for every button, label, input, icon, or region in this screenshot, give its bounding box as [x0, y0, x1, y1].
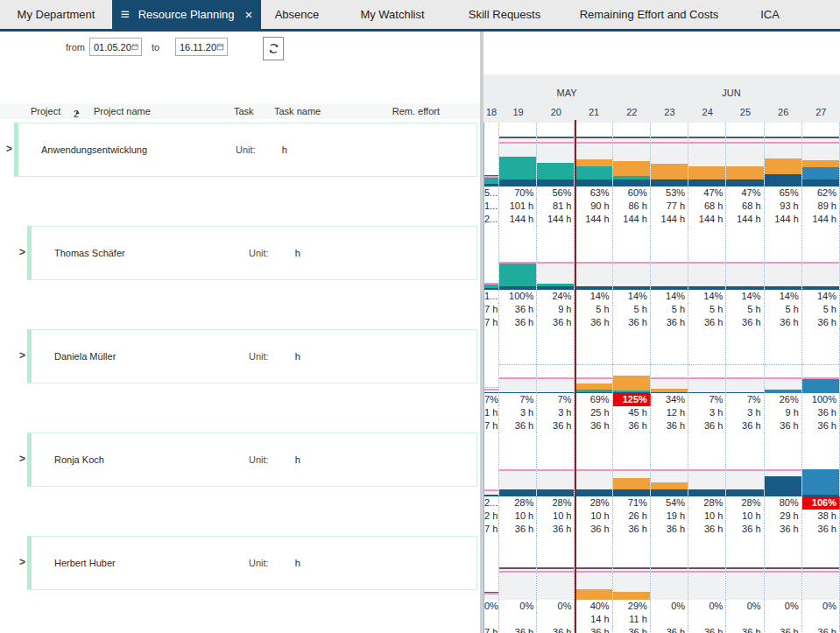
- utilization-chart-panel: MAY JUN 18 19 20 21 22 23 24 25 26 27 5.…: [484, 32, 840, 633]
- planned-hours-cell: 36 h: [802, 406, 840, 419]
- capacity-line: [499, 469, 536, 471]
- capacity-line: [575, 377, 611, 379]
- utilization-percent-cell: 62%: [802, 186, 840, 200]
- close-icon[interactable]: ×: [245, 8, 253, 21]
- planned-hours-cell: 77 h: [651, 200, 688, 213]
- utilization-percent-cell: 29%: [613, 600, 651, 613]
- week-label[interactable]: 23: [651, 107, 688, 121]
- capacity-band: [537, 569, 574, 600]
- utilization-percent-cell: 7%: [484, 393, 499, 406]
- chart-cell: [484, 536, 499, 600]
- utilization-percent-cell: 24%: [537, 290, 575, 303]
- resource-row-box[interactable]: Thomas Schäfer Unit: h: [27, 226, 477, 280]
- capacity-hours-cell: 144 h: [765, 213, 802, 226]
- week-label[interactable]: 25: [726, 107, 764, 121]
- capacity-line: [802, 571, 839, 573]
- bar-segment-darkblue: [726, 489, 763, 496]
- bar-segment-darkblue: [688, 489, 725, 496]
- bar-segment-darkblue: [726, 286, 763, 290]
- week-label[interactable]: 24: [688, 107, 726, 121]
- resource-row-box[interactable]: Ronja Koch Unit: h: [27, 433, 477, 487]
- week-label[interactable]: 19: [499, 107, 537, 121]
- bar-segment-darkblue: [651, 392, 688, 393]
- capacity-hours-cell: 144 h: [537, 213, 575, 226]
- tab-skill-requests[interactable]: Skill Requests: [452, 0, 557, 29]
- chart-cell: [537, 433, 575, 496]
- expand-chevron[interactable]: >: [19, 453, 25, 465]
- bar-segment-darkblue: [726, 392, 763, 393]
- utilization-percent-cell: 14%: [651, 290, 688, 303]
- week-label[interactable]: 26: [765, 107, 802, 121]
- capacity-line: [613, 262, 650, 264]
- capacity-line: [651, 571, 688, 573]
- calendar-icon[interactable]: [216, 42, 224, 52]
- expand-chevron[interactable]: >: [19, 246, 25, 258]
- resource-row-box[interactable]: Anwendungsentwicklung Unit: h: [14, 123, 477, 177]
- tab-resource-planning[interactable]: ≡ Resource Planning ×: [112, 0, 261, 29]
- capacity-line: [726, 571, 763, 573]
- col-task[interactable]: Task: [234, 106, 254, 116]
- capacity-hours-cell: 144 h: [688, 213, 726, 226]
- menu-icon[interactable]: ≡: [121, 7, 130, 22]
- chart-cell: [765, 226, 802, 290]
- stacked-bar-chart: [484, 329, 840, 393]
- col-project-name[interactable]: Project name: [94, 106, 151, 116]
- bar-segment-darkblue: [688, 286, 725, 290]
- capacity-hours-line: 7 h36 h36 h36 h36 h36 h36 h36 h36 h36 h: [484, 316, 840, 329]
- chart-cell: [499, 433, 537, 496]
- capacity-band-top-line: [613, 137, 650, 138]
- resource-planning-app: My Department ≡ Resource Planning × Abse…: [0, 0, 840, 633]
- planned-hours-line: 2 h10 h10 h10 h26 h19 h10 h10 h29 h38 h: [484, 510, 840, 523]
- utilization-percent-cell: 14%: [802, 290, 840, 303]
- from-date-input[interactable]: 01.05.20: [89, 38, 142, 56]
- tab-my-department[interactable]: My Department: [0, 0, 112, 29]
- expand-chevron[interactable]: >: [19, 556, 25, 568]
- utilization-percent-cell: 60%: [613, 186, 651, 200]
- to-date-input[interactable]: 16.11.20: [175, 38, 228, 56]
- col-project[interactable]: Project: [31, 106, 60, 116]
- tab-absence[interactable]: Absence: [261, 0, 333, 29]
- refresh-button[interactable]: [263, 37, 284, 60]
- expand-chevron[interactable]: >: [19, 349, 25, 362]
- bar-segment-orange: [651, 164, 688, 179]
- resource-row-box[interactable]: Herbert Huber Unit: h: [27, 536, 477, 590]
- calendar-icon[interactable]: [131, 42, 138, 52]
- utilization-row: 1...100%24%14%14%14%14%14%14%14%7 h36 h9…: [484, 226, 840, 329]
- col-rem-effort[interactable]: Rem. effort: [392, 106, 440, 116]
- week-label[interactable]: 21: [575, 107, 612, 121]
- utilization-percent-cell: 40%: [575, 600, 612, 613]
- tab-remaining-effort[interactable]: Remaining Effort and Costs: [557, 0, 741, 29]
- tab-my-watchlist[interactable]: My Watchlist: [333, 0, 452, 29]
- capacity-hours-cell: 36 h: [651, 316, 688, 329]
- value-lines: 5...70%56%63%60%53%47%47%65%62%1...101 h…: [484, 186, 840, 226]
- week-label[interactable]: 27: [802, 107, 840, 121]
- resource-name: Anwendungsentwicklung: [41, 144, 236, 155]
- week-label[interactable]: 20: [537, 107, 575, 121]
- resource-row-box[interactable]: Daniela Müller Unit: h: [27, 329, 477, 383]
- capacity-band-top-line: [537, 137, 574, 138]
- bar-segment-orange: [575, 589, 611, 600]
- chart-cell: [688, 226, 726, 290]
- col-task-name[interactable]: Task name: [274, 106, 321, 116]
- week-label[interactable]: 18: [484, 107, 499, 121]
- planned-hours-cell: 11 h: [613, 613, 651, 626]
- expand-chevron[interactable]: >: [6, 143, 12, 155]
- capacity-hours-cell: 36 h: [688, 523, 726, 536]
- capacity-band-top-line: [499, 567, 536, 569]
- chart-cell: [726, 433, 764, 496]
- bar-segment-darkblue: [537, 392, 574, 393]
- capacity-line: [484, 489, 498, 491]
- bar-segment-darkblue: [802, 286, 839, 290]
- bar-segment-medblue: [802, 469, 839, 495]
- planned-hours-cell: 10 h: [688, 510, 726, 523]
- capacity-hours-cell: 144 h: [499, 213, 537, 226]
- tab-ica[interactable]: ICA: [741, 0, 799, 29]
- chart-left-border: [484, 123, 484, 633]
- chart-cell: [651, 123, 688, 186]
- capacity-hours-line: 7 h36 h36 h36 h36 h36 h36 h36 h36 h36 h: [484, 419, 840, 433]
- utilization-percent-cell: 47%: [726, 186, 764, 200]
- bar-segment-darkblue: [765, 476, 801, 496]
- capacity-line: [765, 262, 801, 264]
- week-label[interactable]: 22: [613, 107, 651, 121]
- utilization-percent-cell: 14%: [575, 290, 612, 303]
